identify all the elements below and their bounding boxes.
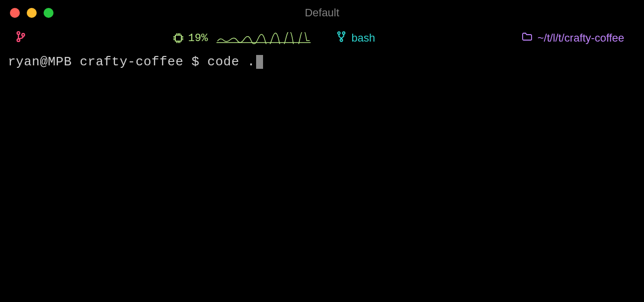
terminal-area[interactable]: ryan@MPB crafty-coffee $ code . bbox=[0, 50, 644, 73]
prompt-symbol: $ bbox=[191, 54, 199, 69]
cwd-path-label: ~/t/l/t/crafty-coffee bbox=[537, 32, 624, 45]
cpu-chip-icon bbox=[172, 32, 184, 44]
status-right-group: ~/t/l/t/crafty-coffee bbox=[522, 32, 624, 45]
cpu-sparkline-icon bbox=[216, 32, 311, 44]
svg-point-19 bbox=[340, 39, 343, 41]
shell-indicator-group: bash bbox=[336, 31, 375, 46]
command-input[interactable]: code . bbox=[208, 54, 256, 69]
maximize-button[interactable] bbox=[44, 8, 54, 18]
close-button[interactable] bbox=[10, 8, 20, 18]
shell-name-label: bash bbox=[351, 32, 375, 45]
git-fork-icon bbox=[336, 31, 346, 46]
cursor-icon bbox=[256, 55, 263, 69]
status-left-group bbox=[16, 31, 26, 46]
traffic-lights bbox=[10, 8, 54, 18]
prompt-line: ryan@MPB crafty-coffee $ code . bbox=[8, 54, 636, 69]
window-title: Default bbox=[305, 6, 339, 19]
cpu-percent-label: 19% bbox=[188, 32, 208, 45]
folder-icon bbox=[522, 32, 533, 45]
git-branch-icon bbox=[16, 31, 26, 46]
minimize-button[interactable] bbox=[27, 8, 37, 18]
svg-point-17 bbox=[338, 32, 340, 34]
statusbar: 19% bash bbox=[0, 26, 644, 50]
prompt-user-host: ryan@MPB bbox=[8, 54, 72, 69]
svg-rect-3 bbox=[175, 35, 181, 41]
svg-point-0 bbox=[17, 32, 20, 34]
titlebar: Default bbox=[0, 0, 644, 26]
svg-point-18 bbox=[343, 32, 345, 34]
prompt-directory: crafty-coffee bbox=[80, 54, 183, 69]
svg-point-2 bbox=[22, 33, 24, 36]
cpu-usage-group: 19% bbox=[172, 32, 311, 45]
status-center-group: 19% bash bbox=[172, 31, 375, 46]
